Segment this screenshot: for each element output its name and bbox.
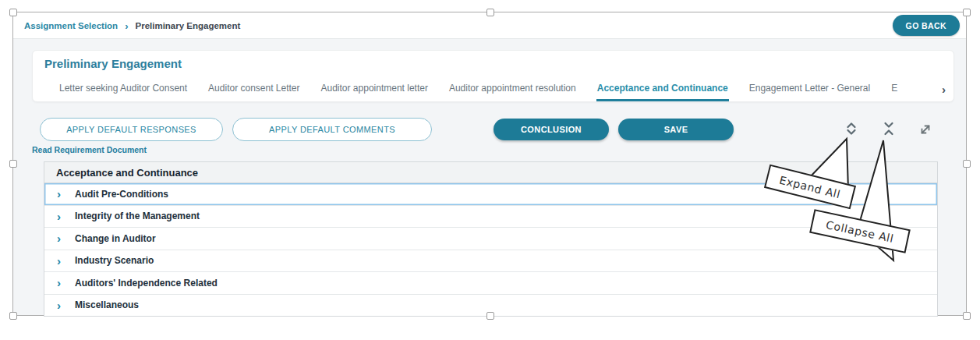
table-row-label: Auditors' Independence Related xyxy=(75,278,218,289)
tab-e[interactable]: E xyxy=(890,77,898,101)
tab-engagement-letter-general[interactable]: Engagement Letter - General xyxy=(748,77,871,101)
table-row-label: Change in Auditor xyxy=(75,233,156,244)
breadcrumb-separator-icon: › xyxy=(125,21,128,31)
tab-scroll-right-icon[interactable]: › xyxy=(942,77,946,101)
table-row-label: Audit Pre-Conditions xyxy=(75,189,168,200)
chevron-right-icon: › xyxy=(44,188,64,200)
table-row-label: Industry Scenario xyxy=(75,255,154,266)
breadcrumb: Assignment Selection › Preliminary Engag… xyxy=(24,12,240,39)
breadcrumb-current-page: Preliminary Engagement xyxy=(135,21,240,30)
selection-handle-mid-right[interactable] xyxy=(963,160,971,168)
tab-auditor-appointment-letter[interactable]: Auditor appointment letter xyxy=(320,77,429,101)
save-button[interactable]: SAVE xyxy=(618,119,734,140)
selection-handle-top-center[interactable] xyxy=(486,9,494,16)
selection-handle-top-right[interactable] xyxy=(963,9,971,16)
fullscreen-expand-icon[interactable] xyxy=(918,122,932,137)
chevron-right-icon: › xyxy=(44,277,64,289)
selection-handle-bottom-center[interactable] xyxy=(486,312,494,320)
chevron-right-icon: › xyxy=(44,255,64,267)
table-row-auditors-independence-related[interactable]: ›Auditors' Independence Related xyxy=(44,272,937,295)
top-bar: Assignment Selection › Preliminary Engag… xyxy=(13,12,966,39)
conclusion-button[interactable]: CONCLUSION xyxy=(494,119,609,140)
table-row-change-in-auditor[interactable]: ›Change in Auditor xyxy=(44,228,937,250)
chevron-right-icon: › xyxy=(44,299,64,311)
selection-handle-mid-left[interactable] xyxy=(9,160,17,168)
breadcrumb-link-assignment-selection[interactable]: Assignment Selection xyxy=(24,21,118,30)
apply-default-comments-button[interactable]: APPLY DEFAULT COMMENTS xyxy=(232,118,432,141)
page-title: Preliminary Engagement xyxy=(44,57,182,70)
selection-handle-top-left[interactable] xyxy=(9,9,17,16)
screenshot-selection-frame: Assignment Selection › Preliminary Engag… xyxy=(12,12,967,316)
go-back-button[interactable]: GO BACK xyxy=(893,15,960,36)
tab-auditor-appointment-resolution[interactable]: Auditor appointment resolution xyxy=(448,77,577,101)
selection-handle-bottom-left[interactable] xyxy=(9,312,17,320)
tab-acceptance-and-continuance[interactable]: Acceptance and Continuance xyxy=(596,77,729,101)
expand-all-icon[interactable] xyxy=(844,121,858,136)
table-row-industry-scenario[interactable]: ›Industry Scenario xyxy=(44,250,937,273)
table-row-label: Integrity of the Management xyxy=(75,211,200,221)
tab-letter-seeking-auditor-consent[interactable]: Letter seeking Auditor Consent xyxy=(58,77,188,101)
tab-bar: Letter seeking Auditor ConsentAuditor co… xyxy=(58,77,927,101)
table-body: ›Audit Pre-Conditions›Integrity of the M… xyxy=(44,183,937,317)
apply-default-responses-button[interactable]: APPLY DEFAULT RESPONSES xyxy=(40,118,223,141)
collapse-all-icon[interactable] xyxy=(882,121,896,136)
title-tabs-card: Preliminary Engagement Letter seeking Au… xyxy=(32,50,954,102)
table-row-integrity-of-the-management[interactable]: ›Integrity of the Management xyxy=(44,206,937,228)
read-requirement-document-link[interactable]: Read Requirement Document xyxy=(32,145,147,154)
table-row-label: Miscellaneous xyxy=(75,299,139,310)
tab-auditor-consent-letter[interactable]: Auditor consent Letter xyxy=(207,77,300,101)
chevron-right-icon: › xyxy=(44,232,64,244)
selection-handle-bottom-right[interactable] xyxy=(963,312,971,320)
document-canvas: Assignment Selection › Preliminary Engag… xyxy=(0,0,980,340)
chevron-right-icon: › xyxy=(44,211,64,222)
